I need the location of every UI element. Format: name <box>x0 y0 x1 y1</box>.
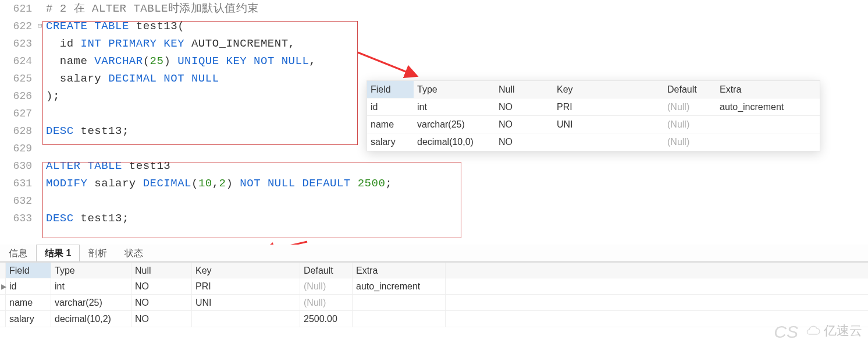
cell[interactable]: int <box>414 98 495 115</box>
code-text[interactable]: id INT PRIMARY KEY AUTO_INCREMENT, <box>46 35 295 52</box>
line-number: 627 <box>0 105 38 122</box>
col-type[interactable]: Type <box>414 81 495 98</box>
line-number: 631 <box>0 175 38 192</box>
cell[interactable]: int <box>51 278 131 294</box>
table-row[interactable]: namevarchar(25)NOUNI(Null) <box>367 116 820 133</box>
code-line[interactable]: 630ALTER TABLE test13 <box>0 157 868 175</box>
col-field[interactable]: Field <box>367 81 414 98</box>
table-row[interactable]: salarydecimal(10,0)NO(Null) <box>367 133 820 151</box>
code-text[interactable]: # 2 在 ALTER TABLE时添加默认值约束 <box>46 0 259 17</box>
code-line[interactable]: 623 id INT PRIMARY KEY AUTO_INCREMENT, <box>0 35 868 52</box>
grid-header-row: Field Type Null Key Default Extra <box>0 262 868 278</box>
watermark: 亿速云 <box>805 322 862 340</box>
code-text[interactable]: CREATE TABLE test13( <box>46 17 184 35</box>
cell[interactable]: NO <box>495 116 553 133</box>
table-row[interactable]: ▶idintNOPRI(Null)auto_increment <box>0 278 868 295</box>
cell[interactable]: NO <box>131 295 192 310</box>
cell[interactable] <box>716 116 820 133</box>
cell[interactable]: (Null) <box>664 133 716 151</box>
code-text[interactable]: MODIFY salary DECIMAL(10,2) NOT NULL DEF… <box>46 175 392 192</box>
cell[interactable]: (Null) <box>664 98 716 115</box>
code-text[interactable]: ALTER TABLE test13 <box>46 157 170 175</box>
col-null[interactable]: Null <box>495 81 553 98</box>
col-extra[interactable]: Extra <box>353 263 446 278</box>
cell[interactable]: UNI <box>192 295 300 310</box>
cell[interactable]: NO <box>495 98 553 115</box>
cell[interactable] <box>192 311 300 327</box>
fold-gutter[interactable] <box>38 192 46 210</box>
line-number: 621 <box>0 0 38 17</box>
col-null[interactable]: Null <box>131 263 192 278</box>
table-row[interactable]: namevarchar(25)NOUNI(Null) <box>0 295 868 311</box>
cell[interactable]: varchar(25) <box>414 116 495 133</box>
tab-info[interactable]: 信息 <box>0 245 36 261</box>
col-default[interactable]: Default <box>664 81 716 98</box>
cell[interactable]: PRI <box>192 278 300 294</box>
code-line[interactable]: 622⊟CREATE TABLE test13( <box>0 17 868 35</box>
fold-gutter[interactable] <box>38 210 46 227</box>
fold-gutter[interactable] <box>38 140 46 157</box>
line-number: 629 <box>0 140 38 157</box>
cell[interactable]: id <box>367 98 414 115</box>
tab-result-1[interactable]: 结果 1 <box>36 245 80 261</box>
cell[interactable]: PRI <box>553 98 664 115</box>
code-text[interactable]: DESC test13; <box>46 210 129 227</box>
cell[interactable] <box>353 295 446 310</box>
cell[interactable]: NO <box>495 133 553 151</box>
code-text[interactable]: ); <box>46 87 60 105</box>
col-field[interactable]: Field <box>6 263 51 278</box>
cell[interactable]: name <box>367 116 414 133</box>
cell[interactable]: auto_increment <box>353 278 446 294</box>
fold-gutter[interactable] <box>38 105 46 122</box>
line-number: 628 <box>0 122 38 140</box>
col-extra[interactable]: Extra <box>716 81 820 98</box>
cell[interactable]: (Null) <box>300 278 353 294</box>
fold-gutter[interactable] <box>38 70 46 87</box>
code-line[interactable]: 632 <box>0 192 868 210</box>
col-key[interactable]: Key <box>553 81 664 98</box>
cell[interactable] <box>716 133 820 151</box>
fold-gutter[interactable] <box>38 157 46 175</box>
tab-status[interactable]: 状态 <box>116 245 152 261</box>
code-line[interactable]: 631MODIFY salary DECIMAL(10,2) NOT NULL … <box>0 175 868 192</box>
code-text[interactable]: name VARCHAR(25) UNIQUE KEY NOT NULL, <box>46 52 316 70</box>
result-tabs: 信息 结果 1 剖析 状态 <box>0 245 868 262</box>
table-row[interactable]: idintNOPRI(Null)auto_increment <box>367 98 820 116</box>
tab-profile[interactable]: 剖析 <box>80 245 116 261</box>
code-line[interactable]: 624 name VARCHAR(25) UNIQUE KEY NOT NULL… <box>0 52 868 70</box>
cell[interactable] <box>553 133 664 151</box>
line-number: 626 <box>0 87 38 105</box>
line-number: 623 <box>0 35 38 52</box>
fold-gutter[interactable] <box>38 175 46 192</box>
cell[interactable] <box>353 311 446 327</box>
code-text[interactable]: DESC test13; <box>46 122 129 140</box>
cell[interactable]: varchar(25) <box>51 295 131 310</box>
col-type[interactable]: Type <box>51 263 131 278</box>
cell[interactable]: (Null) <box>300 295 353 310</box>
cell[interactable]: auto_increment <box>716 98 820 115</box>
fold-gutter[interactable] <box>38 122 46 140</box>
cell[interactable]: UNI <box>553 116 664 133</box>
code-text[interactable]: salary DECIMAL NOT NULL <box>46 70 219 87</box>
cell[interactable]: (Null) <box>664 116 716 133</box>
fold-gutter[interactable]: ⊟ <box>38 17 46 35</box>
line-number: 633 <box>0 210 38 227</box>
fold-gutter[interactable] <box>38 87 46 105</box>
fold-gutter[interactable] <box>38 52 46 70</box>
cell[interactable]: 2500.00 <box>300 311 353 327</box>
cell[interactable]: salary <box>367 133 414 151</box>
fold-gutter[interactable] <box>38 35 46 52</box>
cell[interactable]: NO <box>131 278 192 294</box>
cell[interactable]: decimal(10,0) <box>414 133 495 151</box>
cell[interactable]: decimal(10,2) <box>51 311 131 327</box>
col-key[interactable]: Key <box>192 263 300 278</box>
cell[interactable]: id <box>6 278 51 294</box>
code-line[interactable]: 621# 2 在 ALTER TABLE时添加默认值约束 <box>0 0 868 17</box>
cell[interactable]: NO <box>131 311 192 327</box>
code-line[interactable]: 633DESC test13; <box>0 210 868 227</box>
fold-gutter[interactable] <box>38 0 46 17</box>
col-default[interactable]: Default <box>300 263 353 278</box>
cell[interactable]: name <box>6 295 51 310</box>
cell[interactable]: salary <box>6 311 51 327</box>
table-row[interactable]: salarydecimal(10,2)NO2500.00 <box>0 311 868 327</box>
